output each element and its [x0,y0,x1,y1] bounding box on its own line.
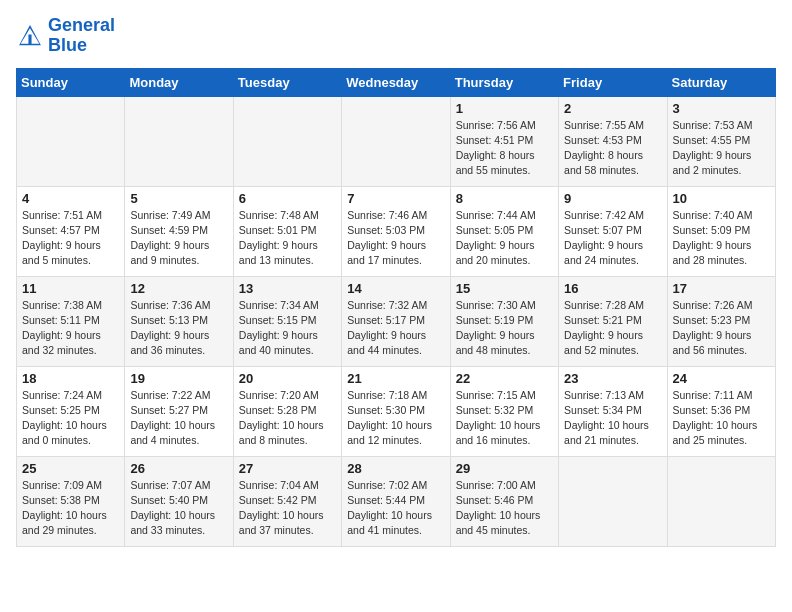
calendar-cell: 5Sunrise: 7:49 AM Sunset: 4:59 PM Daylig… [125,186,233,276]
calendar-cell: 10Sunrise: 7:40 AM Sunset: 5:09 PM Dayli… [667,186,775,276]
day-number: 21 [347,371,444,386]
calendar-cell: 12Sunrise: 7:36 AM Sunset: 5:13 PM Dayli… [125,276,233,366]
calendar-cell [233,96,341,186]
day-number: 28 [347,461,444,476]
calendar-cell: 14Sunrise: 7:32 AM Sunset: 5:17 PM Dayli… [342,276,450,366]
day-number: 27 [239,461,336,476]
day-info: Sunrise: 7:26 AM Sunset: 5:23 PM Dayligh… [673,298,770,359]
day-info: Sunrise: 7:56 AM Sunset: 4:51 PM Dayligh… [456,118,553,179]
day-number: 4 [22,191,119,206]
calendar-table: SundayMondayTuesdayWednesdayThursdayFrid… [16,68,776,547]
logo-icon [16,22,44,50]
day-info: Sunrise: 7:02 AM Sunset: 5:44 PM Dayligh… [347,478,444,539]
day-info: Sunrise: 7:13 AM Sunset: 5:34 PM Dayligh… [564,388,661,449]
day-number: 15 [456,281,553,296]
calendar-cell: 18Sunrise: 7:24 AM Sunset: 5:25 PM Dayli… [17,366,125,456]
day-number: 6 [239,191,336,206]
day-number: 7 [347,191,444,206]
day-number: 19 [130,371,227,386]
logo-text: General Blue [48,16,115,56]
day-info: Sunrise: 7:24 AM Sunset: 5:25 PM Dayligh… [22,388,119,449]
day-number: 23 [564,371,661,386]
calendar-cell: 16Sunrise: 7:28 AM Sunset: 5:21 PM Dayli… [559,276,667,366]
calendar-cell: 17Sunrise: 7:26 AM Sunset: 5:23 PM Dayli… [667,276,775,366]
page-header: General Blue [16,16,776,56]
calendar-cell: 29Sunrise: 7:00 AM Sunset: 5:46 PM Dayli… [450,456,558,546]
weekday-header-thursday: Thursday [450,68,558,96]
day-number: 10 [673,191,770,206]
day-info: Sunrise: 7:42 AM Sunset: 5:07 PM Dayligh… [564,208,661,269]
day-info: Sunrise: 7:00 AM Sunset: 5:46 PM Dayligh… [456,478,553,539]
day-number: 25 [22,461,119,476]
day-number: 13 [239,281,336,296]
day-number: 26 [130,461,227,476]
calendar-cell: 1Sunrise: 7:56 AM Sunset: 4:51 PM Daylig… [450,96,558,186]
day-number: 29 [456,461,553,476]
day-number: 17 [673,281,770,296]
weekday-header-sunday: Sunday [17,68,125,96]
calendar-cell: 19Sunrise: 7:22 AM Sunset: 5:27 PM Dayli… [125,366,233,456]
day-number: 9 [564,191,661,206]
calendar-cell [342,96,450,186]
day-number: 18 [22,371,119,386]
calendar-cell [667,456,775,546]
calendar-cell: 6Sunrise: 7:48 AM Sunset: 5:01 PM Daylig… [233,186,341,276]
calendar-cell [17,96,125,186]
calendar-cell: 9Sunrise: 7:42 AM Sunset: 5:07 PM Daylig… [559,186,667,276]
calendar-week-row: 1Sunrise: 7:56 AM Sunset: 4:51 PM Daylig… [17,96,776,186]
day-info: Sunrise: 7:09 AM Sunset: 5:38 PM Dayligh… [22,478,119,539]
calendar-cell: 8Sunrise: 7:44 AM Sunset: 5:05 PM Daylig… [450,186,558,276]
day-number: 12 [130,281,227,296]
day-info: Sunrise: 7:20 AM Sunset: 5:28 PM Dayligh… [239,388,336,449]
day-number: 3 [673,101,770,116]
day-info: Sunrise: 7:15 AM Sunset: 5:32 PM Dayligh… [456,388,553,449]
day-info: Sunrise: 7:30 AM Sunset: 5:19 PM Dayligh… [456,298,553,359]
weekday-header-row: SundayMondayTuesdayWednesdayThursdayFrid… [17,68,776,96]
day-info: Sunrise: 7:55 AM Sunset: 4:53 PM Dayligh… [564,118,661,179]
day-info: Sunrise: 7:36 AM Sunset: 5:13 PM Dayligh… [130,298,227,359]
day-info: Sunrise: 7:22 AM Sunset: 5:27 PM Dayligh… [130,388,227,449]
weekday-header-wednesday: Wednesday [342,68,450,96]
day-number: 1 [456,101,553,116]
day-info: Sunrise: 7:49 AM Sunset: 4:59 PM Dayligh… [130,208,227,269]
calendar-cell: 27Sunrise: 7:04 AM Sunset: 5:42 PM Dayli… [233,456,341,546]
calendar-cell: 24Sunrise: 7:11 AM Sunset: 5:36 PM Dayli… [667,366,775,456]
weekday-header-saturday: Saturday [667,68,775,96]
calendar-cell: 15Sunrise: 7:30 AM Sunset: 5:19 PM Dayli… [450,276,558,366]
calendar-cell: 4Sunrise: 7:51 AM Sunset: 4:57 PM Daylig… [17,186,125,276]
day-number: 24 [673,371,770,386]
day-info: Sunrise: 7:38 AM Sunset: 5:11 PM Dayligh… [22,298,119,359]
calendar-cell: 23Sunrise: 7:13 AM Sunset: 5:34 PM Dayli… [559,366,667,456]
calendar-week-row: 18Sunrise: 7:24 AM Sunset: 5:25 PM Dayli… [17,366,776,456]
day-info: Sunrise: 7:34 AM Sunset: 5:15 PM Dayligh… [239,298,336,359]
weekday-header-tuesday: Tuesday [233,68,341,96]
day-number: 8 [456,191,553,206]
day-number: 22 [456,371,553,386]
calendar-cell [559,456,667,546]
calendar-cell: 11Sunrise: 7:38 AM Sunset: 5:11 PM Dayli… [17,276,125,366]
calendar-cell: 2Sunrise: 7:55 AM Sunset: 4:53 PM Daylig… [559,96,667,186]
day-number: 2 [564,101,661,116]
day-number: 14 [347,281,444,296]
calendar-cell: 28Sunrise: 7:02 AM Sunset: 5:44 PM Dayli… [342,456,450,546]
weekday-header-monday: Monday [125,68,233,96]
calendar-cell: 25Sunrise: 7:09 AM Sunset: 5:38 PM Dayli… [17,456,125,546]
calendar-cell: 20Sunrise: 7:20 AM Sunset: 5:28 PM Dayli… [233,366,341,456]
logo: General Blue [16,16,115,56]
calendar-cell [125,96,233,186]
day-info: Sunrise: 7:51 AM Sunset: 4:57 PM Dayligh… [22,208,119,269]
calendar-cell: 7Sunrise: 7:46 AM Sunset: 5:03 PM Daylig… [342,186,450,276]
weekday-header-friday: Friday [559,68,667,96]
day-number: 16 [564,281,661,296]
calendar-cell: 13Sunrise: 7:34 AM Sunset: 5:15 PM Dayli… [233,276,341,366]
day-number: 5 [130,191,227,206]
calendar-week-row: 25Sunrise: 7:09 AM Sunset: 5:38 PM Dayli… [17,456,776,546]
calendar-week-row: 4Sunrise: 7:51 AM Sunset: 4:57 PM Daylig… [17,186,776,276]
day-info: Sunrise: 7:07 AM Sunset: 5:40 PM Dayligh… [130,478,227,539]
day-info: Sunrise: 7:53 AM Sunset: 4:55 PM Dayligh… [673,118,770,179]
day-info: Sunrise: 7:46 AM Sunset: 5:03 PM Dayligh… [347,208,444,269]
day-number: 20 [239,371,336,386]
calendar-cell: 26Sunrise: 7:07 AM Sunset: 5:40 PM Dayli… [125,456,233,546]
calendar-week-row: 11Sunrise: 7:38 AM Sunset: 5:11 PM Dayli… [17,276,776,366]
day-info: Sunrise: 7:44 AM Sunset: 5:05 PM Dayligh… [456,208,553,269]
